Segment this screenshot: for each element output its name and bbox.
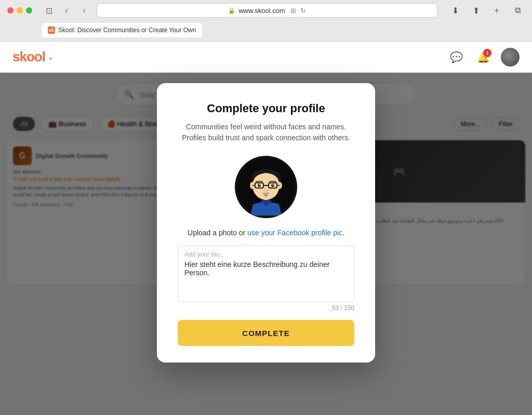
new-tab-button[interactable]: ＋ xyxy=(489,3,504,18)
upload-period: . xyxy=(342,229,344,237)
forward-button[interactable]: › xyxy=(77,3,91,18)
browser-top: ⊡ ‹ › 🔒 www.skool.com ⊞ ↻ ⬇ ⬆ ＋ ⧉ xyxy=(0,0,532,21)
modal-subtitle: Communities feel weird without faces and… xyxy=(182,122,350,143)
facebook-profile-link[interactable]: use your Facebook profile pic xyxy=(247,229,342,237)
modal-overlay[interactable]: Complete your profile Communities feel w… xyxy=(0,73,532,415)
skool-logo[interactable]: skool ⌄ xyxy=(12,49,53,65)
modal-subtitle-line1: Communities feel weird without faces and… xyxy=(186,123,346,131)
profile-avatar-container[interactable] xyxy=(235,156,297,218)
complete-button[interactable]: COMPLETE xyxy=(178,320,354,346)
svg-point-13 xyxy=(273,184,274,185)
svg-point-12 xyxy=(259,184,260,185)
messages-button[interactable]: 💬 xyxy=(447,48,466,66)
logo-text: skool xyxy=(12,49,45,65)
message-icon: 💬 xyxy=(450,51,463,63)
bio-container: Add your bio... Hier steht eine kurze Be… xyxy=(178,245,354,302)
avatar-illustration xyxy=(237,158,295,216)
svg-point-10 xyxy=(258,184,261,187)
header-actions: 💬 🔔 1 xyxy=(447,48,520,66)
user-avatar-image xyxy=(501,48,520,66)
complete-profile-modal: Complete your profile Communities feel w… xyxy=(157,83,375,363)
close-traffic-light[interactable] xyxy=(7,7,14,14)
logo-caret-icon: ⌄ xyxy=(47,53,53,61)
download-button[interactable]: ⬇ xyxy=(448,3,462,18)
bio-label: Add your bio... xyxy=(178,246,354,258)
reader-icon: ⊞ xyxy=(290,7,296,15)
refresh-icon[interactable]: ↻ xyxy=(300,7,306,15)
maximize-traffic-light[interactable] xyxy=(26,7,32,14)
back-button[interactable]: ‹ xyxy=(59,3,74,18)
address-bar[interactable]: 🔒 www.skool.com ⊞ ↻ xyxy=(97,3,437,18)
browser-nav-controls: ⊡ ‹ › xyxy=(42,3,91,18)
upload-label: Upload a photo or xyxy=(188,229,247,237)
active-browser-tab[interactable]: sk Skool: Discover Communities or Create… xyxy=(42,23,202,37)
notification-badge: 1 xyxy=(483,49,491,57)
notifications-button[interactable]: 🔔 1 xyxy=(474,48,493,66)
browser-tab-bar: sk Skool: Discover Communities or Create… xyxy=(0,21,532,39)
browser-actions: ⬇ ⬆ ＋ ⧉ xyxy=(448,3,525,18)
share-button[interactable]: ⬆ xyxy=(469,3,483,18)
bio-character-counter: 53 / 150 xyxy=(178,304,354,312)
svg-point-11 xyxy=(271,184,274,187)
tab-title: Skool: Discover Communities or Create Yo… xyxy=(58,26,196,34)
traffic-lights xyxy=(7,7,32,14)
tabs-overview-button[interactable]: ⧉ xyxy=(510,3,525,18)
modal-subtitle-line2: Profiles build trust and spark connectio… xyxy=(182,133,350,142)
app-header: skool ⌄ 💬 🔔 1 xyxy=(0,42,532,73)
modal-title: Complete your profile xyxy=(207,102,325,115)
tab-favicon: sk xyxy=(48,26,55,34)
user-avatar-button[interactable] xyxy=(501,48,520,66)
minimize-traffic-light[interactable] xyxy=(17,7,23,14)
sidebar-toggle-button[interactable]: ⊡ xyxy=(42,3,56,18)
browser-chrome: ⊡ ‹ › 🔒 www.skool.com ⊞ ↻ ⬇ ⬆ ＋ ⧉ sk Sko… xyxy=(0,0,532,42)
upload-text: Upload a photo or use your Facebook prof… xyxy=(188,229,344,237)
lock-icon: 🔒 xyxy=(228,7,235,14)
url-text: www.skool.com xyxy=(238,7,285,15)
bio-textarea[interactable]: Hier steht eine kurze Beschreibung zu de… xyxy=(178,258,354,300)
